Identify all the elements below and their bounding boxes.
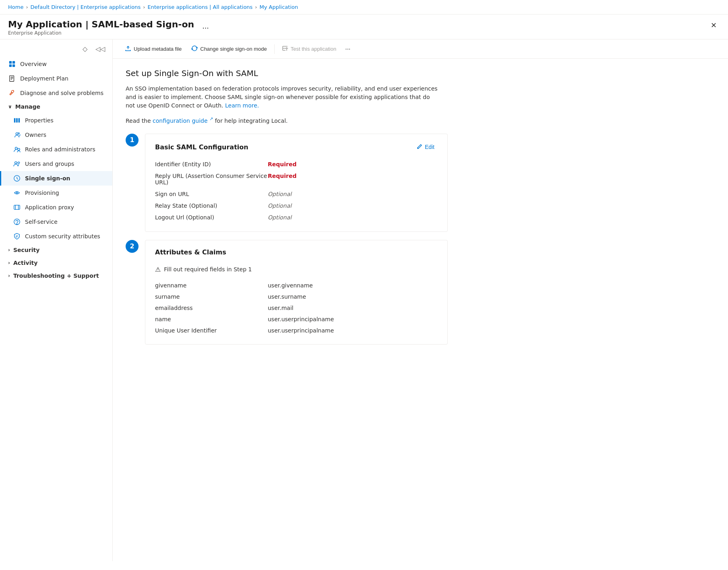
change-icon [191, 45, 198, 53]
provisioning-icon [13, 189, 21, 197]
chevron-right-security-icon: › [8, 247, 10, 253]
page-header: My Application | SAML-based Sign-on Ente… [0, 14, 728, 39]
config-label-logout: Logout Url (Optional) [155, 214, 268, 221]
breadcrumb-home[interactable]: Home [8, 4, 23, 10]
sso-icon [13, 174, 21, 182]
breadcrumb-app-name[interactable]: My Application [260, 4, 298, 10]
sidebar-item-overview[interactable]: Overview [0, 57, 112, 71]
attr-value-unique-user: user.userprincipalname [268, 327, 334, 334]
sidebar-section-troubleshooting[interactable]: › Troubleshooting + Support [0, 269, 112, 282]
svg-point-16 [18, 162, 20, 164]
sidebar-item-app-proxy[interactable]: Application proxy [0, 200, 112, 215]
attr-row-surname: surname user.surname [155, 291, 438, 302]
sidebar-item-properties[interactable]: Properties [0, 113, 112, 128]
step1-edit-button[interactable]: Edit [414, 142, 438, 152]
right-panel: Upload metadata file Change single sign-… [113, 39, 728, 561]
toolbar-more-button[interactable]: ··· [342, 43, 354, 55]
svg-point-23 [17, 224, 17, 224]
attr-value-givenname: user.givenname [268, 282, 313, 289]
page-subtitle: Enterprise Application [8, 30, 194, 36]
config-label-relay: Relay State (Optional) [155, 202, 268, 209]
sidebar-item-diagnose[interactable]: Diagnose and solve problems [0, 86, 112, 100]
sidebar-item-users-groups-label: Users and groups [25, 161, 74, 167]
svg-point-12 [18, 133, 20, 134]
breadcrumb-default-dir[interactable]: Default Directory | Enterprise applicati… [31, 4, 141, 10]
sidebar-item-deployment[interactable]: Deployment Plan [0, 71, 112, 86]
svg-rect-1 [12, 61, 15, 64]
sidebar-item-properties-label: Properties [25, 117, 54, 124]
shield-list-icon [13, 232, 21, 240]
wrench-icon [8, 89, 16, 97]
svg-rect-3 [12, 64, 15, 67]
svg-point-14 [18, 148, 20, 150]
sidebar-item-sso[interactable]: Single sign-on [0, 171, 112, 186]
step2-number: 2 [126, 240, 139, 253]
breadcrumb-sep2: › [143, 4, 145, 10]
sidebar-item-diagnose-label: Diagnose and solve problems [20, 90, 103, 96]
svg-rect-4 [10, 76, 14, 81]
attr-label-surname: surname [155, 293, 268, 300]
toolbar-divider [274, 44, 275, 54]
close-button[interactable]: ✕ [707, 19, 720, 31]
config-row-reply-url: Reply URL (Assertion Consumer Service UR… [155, 170, 438, 188]
sidebar-item-sso-label: Single sign-on [25, 175, 70, 182]
config-row-sign-on: Sign on URL Optional [155, 188, 438, 200]
sidebar-item-overview-label: Overview [20, 61, 47, 67]
self-service-icon [13, 218, 21, 226]
chevron-down-icon: ∨ [8, 104, 12, 109]
users-groups-icon [13, 160, 21, 168]
config-guide-text: Read the configuration guide ↗ for help … [126, 116, 715, 124]
sidebar-item-owners[interactable]: Owners [0, 128, 112, 142]
step1-number: 1 [126, 134, 139, 147]
config-label-reply-url: Reply URL (Assertion Consumer Service UR… [155, 173, 268, 186]
sidebar-item-custom-security[interactable]: Custom security attributes [0, 229, 112, 244]
attr-value-name: user.userprincipalname [268, 316, 334, 322]
attr-row-givenname: givenname user.givenname [155, 280, 438, 291]
attr-label-emailaddress: emailaddress [155, 305, 268, 311]
toolbar: Upload metadata file Change single sign-… [113, 39, 728, 59]
attr-label-givenname: givenname [155, 282, 268, 289]
sidebar-section-security-label: Security [13, 247, 39, 253]
step2-attr-table: givenname user.givenname surname user.su… [155, 280, 438, 336]
step2-card-header: Attributes & Claims [155, 248, 438, 256]
svg-point-13 [15, 147, 17, 149]
sidebar-section-security[interactable]: › Security [0, 244, 112, 256]
config-value-sign-on: Optional [268, 191, 292, 197]
sidebar-item-deployment-label: Deployment Plan [20, 75, 68, 82]
config-value-logout: Optional [268, 214, 292, 221]
learn-more-link[interactable]: Learn more. [225, 102, 259, 109]
config-guide-link[interactable]: configuration guide ↗ [153, 118, 215, 124]
sidebar-item-roles[interactable]: Roles and administrators [0, 142, 112, 157]
page-header-left: My Application | SAML-based Sign-on Ente… [8, 19, 212, 36]
header-more-button[interactable]: ··· [199, 21, 212, 34]
svg-point-18 [16, 192, 18, 194]
book-icon [8, 74, 16, 83]
sidebar-item-roles-label: Roles and administrators [25, 146, 95, 153]
svg-rect-9 [16, 118, 18, 123]
sidebar-section-manage-label: Manage [15, 103, 40, 110]
test-app-button[interactable]: Test this application [278, 43, 340, 55]
roles-icon [13, 145, 21, 153]
sidebar-diamond-btn[interactable]: ◇ [80, 44, 90, 54]
sidebar-collapse-btn[interactable]: ◁◁ [93, 44, 108, 54]
breadcrumb-all-apps[interactable]: Enterprise applications | All applicatio… [147, 4, 252, 10]
sidebar-section-manage[interactable]: ∨ Manage [0, 100, 112, 113]
step1-config-table: Identifier (Entity ID) Required Reply UR… [155, 159, 438, 223]
change-sso-button[interactable]: Change single sign-on mode [187, 43, 271, 55]
upload-metadata-button[interactable]: Upload metadata file [121, 43, 186, 55]
attr-row-emailaddress: emailaddress user.mail [155, 302, 438, 314]
step2-container: 2 Attributes & Claims ⚠️ Fill out requir… [126, 240, 448, 345]
svg-rect-0 [9, 61, 12, 64]
attr-label-unique-user: Unique User Identifier [155, 327, 268, 334]
change-sso-label: Change single sign-on mode [200, 46, 267, 52]
sidebar-item-users-groups[interactable]: Users and groups [0, 157, 112, 171]
external-link-icon: ↗ [209, 116, 213, 122]
upload-icon [125, 45, 131, 53]
sidebar-item-self-service-label: Self-service [25, 219, 58, 225]
sidebar-section-activity[interactable]: › Activity [0, 256, 112, 269]
sidebar-item-self-service[interactable]: Self-service [0, 215, 112, 229]
config-row-identifier: Identifier (Entity ID) Required [155, 159, 438, 170]
upload-metadata-label: Upload metadata file [134, 46, 182, 52]
page-title: My Application | SAML-based Sign-on [8, 19, 194, 29]
sidebar-item-provisioning[interactable]: Provisioning [0, 186, 112, 200]
